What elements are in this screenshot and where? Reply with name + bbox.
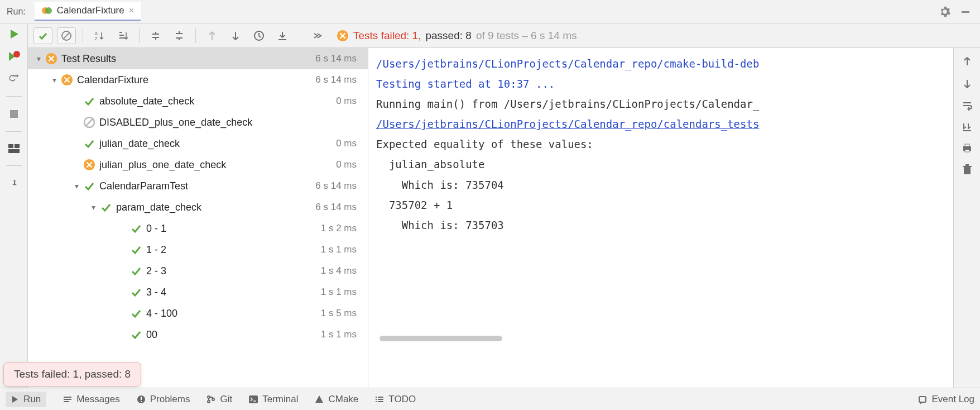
pass-icon: [129, 244, 143, 256]
right-gutter: [953, 48, 980, 388]
run-button[interactable]: [8, 28, 20, 40]
svg-rect-20: [965, 144, 969, 146]
import-tests-button[interactable]: [273, 27, 292, 44]
tree-row[interactable]: ▾3 - 41 s 1 ms: [28, 282, 368, 303]
warn-icon: [337, 30, 349, 42]
svg-rect-2: [962, 11, 969, 13]
expand-all-button[interactable]: [146, 27, 165, 44]
next-failed-button[interactable]: [226, 27, 245, 44]
pass-icon: [83, 180, 96, 192]
tree-row[interactable]: ▾Test Results6 s 14 ms: [28, 48, 368, 69]
svg-point-1: [45, 7, 52, 14]
toggle-auto-test-button[interactable]: [8, 73, 20, 84]
warn-icon: [45, 53, 58, 65]
test-duration: 0 ms: [336, 159, 362, 170]
expand-arrow-icon[interactable]: ▾: [48, 75, 60, 84]
test-name: absolute_date_check: [99, 96, 336, 107]
expand-arrow-icon[interactable]: ▾: [32, 54, 45, 63]
test-toolbar: az Tests failed: 1, passed: 8 of 9 tests…: [28, 23, 980, 48]
settings-gear-icon[interactable]: [934, 6, 955, 18]
pass-icon: [83, 137, 96, 150]
scroll-down-button[interactable]: [962, 78, 972, 89]
run-tab[interactable]: CalendarFixture ×: [35, 2, 141, 21]
show-passed-button[interactable]: [33, 27, 52, 44]
test-name: CalendarParamTest: [99, 180, 315, 192]
svg-rect-26: [141, 397, 142, 400]
pass-icon: [129, 265, 143, 277]
scroll-up-button[interactable]: [962, 56, 972, 67]
bottom-messages-tab[interactable]: Messages: [63, 394, 119, 405]
pass-icon: [83, 95, 96, 107]
more-button[interactable]: [308, 27, 326, 44]
tree-row[interactable]: ▾CalendarFixture6 s 14 ms: [28, 69, 368, 90]
svg-point-29: [208, 401, 210, 403]
scroll-to-end-button[interactable]: [962, 122, 973, 132]
horizontal-scrollbar[interactable]: [379, 336, 502, 341]
pass-icon: [99, 201, 113, 213]
bottom-cmake-tab[interactable]: CMake: [315, 394, 358, 405]
test-duration: 1 s 5 ms: [321, 308, 362, 319]
warn-icon: [83, 159, 96, 171]
test-name: 0 - 1: [146, 223, 321, 235]
prev-failed-button[interactable]: [203, 27, 222, 44]
pin-button[interactable]: [9, 178, 19, 188]
test-name: 2 - 3: [146, 265, 321, 277]
test-summary: Tests failed: 1, passed: 8 of 9 tests – …: [337, 30, 577, 42]
top-bar: Run: CalendarFixture ×: [0, 0, 980, 23]
tree-row[interactable]: ▾julian_date_check0 ms: [28, 133, 368, 154]
bottom-terminal-tab[interactable]: Terminal: [249, 394, 298, 405]
pass-icon: [129, 328, 143, 341]
layout-button[interactable]: [8, 144, 20, 153]
sort-duration-button[interactable]: [113, 27, 132, 44]
svg-rect-22: [964, 167, 971, 174]
svg-point-28: [208, 396, 210, 398]
tree-row[interactable]: ▾absolute_date_check0 ms: [28, 90, 368, 112]
test-name: 4 - 100: [146, 308, 321, 320]
stop-button[interactable]: [9, 109, 19, 119]
pass-icon: [129, 307, 143, 320]
test-duration: 1 s 1 ms: [321, 244, 362, 255]
pass-icon: [129, 286, 143, 298]
test-name: Test Results: [61, 53, 315, 65]
tree-row[interactable]: ▾param_date_check6 s 14 ms: [28, 197, 368, 218]
bottom-problems-tab[interactable]: Problems: [137, 394, 190, 405]
tree-row[interactable]: ▾julian_plus_one_date_check0 ms: [28, 154, 368, 175]
close-tab-icon[interactable]: ×: [129, 6, 134, 16]
tree-row[interactable]: ▾001 s 1 ms: [28, 324, 368, 345]
tree-row[interactable]: ▾CalendarParamTest6 s 14 ms: [28, 175, 368, 197]
bottom-todo-tab[interactable]: TODO: [375, 394, 416, 405]
test-duration: 6 s 14 ms: [315, 74, 362, 85]
test-name: param_date_check: [116, 202, 315, 213]
test-duration: 6 s 14 ms: [315, 202, 362, 213]
warn-icon: [60, 74, 74, 86]
svg-rect-23: [963, 166, 972, 167]
test-name: julian_date_check: [99, 138, 336, 150]
test-duration: 6 s 14 ms: [315, 53, 362, 64]
test-history-button[interactable]: [249, 27, 268, 44]
sort-alpha-button[interactable]: az: [90, 27, 109, 44]
soft-wrap-button[interactable]: [962, 101, 973, 111]
test-duration: 0 ms: [336, 138, 362, 149]
bottom-event-log[interactable]: Event Log: [918, 394, 974, 405]
bottom-git-tab[interactable]: Git: [206, 394, 232, 405]
print-button[interactable]: [962, 143, 973, 153]
test-name: 00: [146, 329, 321, 341]
expand-arrow-icon[interactable]: ▾: [87, 203, 99, 212]
bottom-run-tab[interactable]: Run: [6, 392, 46, 407]
tree-row[interactable]: ▾4 - 1001 s 5 ms: [28, 303, 368, 324]
rerun-failed-button[interactable]: [7, 50, 21, 63]
tree-row[interactable]: ▾2 - 31 s 4 ms: [28, 260, 368, 282]
expand-arrow-icon[interactable]: ▾: [70, 182, 83, 190]
tree-row[interactable]: ▾DISABLED_plus_one_date_check: [28, 112, 368, 133]
clear-button[interactable]: [962, 164, 972, 175]
svg-rect-32: [919, 397, 926, 402]
svg-text:z: z: [95, 36, 98, 41]
test-output-console[interactable]: /Users/jetbrains/CLionProjects/Calendar_…: [368, 48, 953, 388]
test-name: 3 - 4: [146, 287, 321, 298]
minimize-icon[interactable]: [955, 6, 976, 17]
collapse-all-button[interactable]: [170, 27, 189, 44]
test-tree[interactable]: ▾Test Results6 s 14 ms▾CalendarFixture6 …: [28, 48, 368, 388]
show-ignored-button[interactable]: [57, 27, 76, 44]
tree-row[interactable]: ▾0 - 11 s 2 ms: [28, 218, 368, 239]
tree-row[interactable]: ▾1 - 21 s 1 ms: [28, 239, 368, 260]
